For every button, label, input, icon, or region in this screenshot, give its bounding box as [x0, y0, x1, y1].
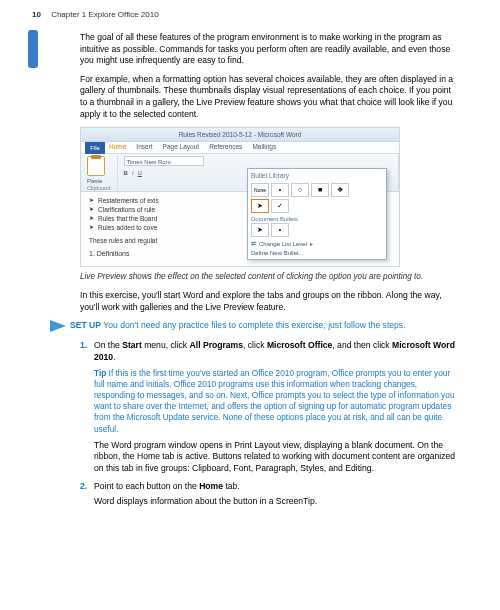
word-screenshot: Rules Revised 2010-5-12 - Microsoft Word… — [80, 127, 400, 267]
setup-label: SET UP — [70, 320, 101, 330]
ribbon-tab: Insert — [136, 143, 152, 152]
window-titlebar: Rules Revised 2010-5-12 - Microsoft Word — [81, 128, 399, 142]
tip-block: Tip If this is the first time you've sta… — [94, 368, 460, 435]
bullet-option: ❖ — [331, 183, 349, 197]
bullet-option: ➤ — [251, 223, 269, 237]
tip-label: Tip — [94, 368, 106, 378]
document-area: Restatements of exis Clarifications of r… — [89, 196, 239, 258]
define-new-bullet: Define New Bullet... — [251, 249, 304, 257]
change-list-level: Change List Level — [259, 240, 307, 248]
bullet-option-none: None — [251, 183, 269, 197]
ribbon-tab: Page Layout — [163, 143, 200, 152]
bullet-library-title: Bullet Library — [251, 172, 383, 181]
bullet-option: • — [271, 223, 289, 237]
bullet-library-popup: Bullet Library None • ○ ■ ❖ ➤ ✓ Document… — [247, 168, 387, 260]
step-text: Point to each button on the — [94, 481, 199, 491]
ribbon-tab: Mailings — [252, 143, 276, 152]
step-text: On the — [94, 340, 122, 350]
ui-term: Microsoft Office — [267, 340, 332, 350]
doc-line: Restatements of exis — [89, 196, 239, 205]
paste-icon — [87, 156, 105, 176]
chevron-icon: ⇄ — [251, 240, 256, 248]
italic-icon: I — [132, 169, 134, 177]
steps-list: On the Start menu, click All Programs, c… — [80, 340, 460, 507]
setup-callout: SET UP You don't need any practice files… — [50, 320, 460, 332]
step-text: , click — [243, 340, 267, 350]
doc-line: Rules that the Board — [89, 214, 239, 223]
bullet-option: ■ — [311, 183, 329, 197]
font-selector: Times New Rom — [124, 156, 204, 166]
doc-tail: These rules and regulat — [89, 236, 239, 245]
bullet-option-selected: ➤ — [251, 199, 269, 213]
step-result: Word displays information about the butt… — [94, 496, 460, 508]
ribbon-tab: References — [209, 143, 242, 152]
chevron-right-icon: ▸ — [310, 240, 313, 248]
arrow-icon — [50, 320, 66, 332]
ui-term: Home — [199, 481, 223, 491]
bullet-option: • — [271, 183, 289, 197]
page-header: 10 Chapter 1 Explore Office 2010 — [32, 10, 159, 19]
clipboard-label: Clipboard — [87, 185, 111, 192]
bullet-option: ○ — [291, 183, 309, 197]
figure-caption: Live Preview shows the effect on the sel… — [80, 271, 460, 282]
ribbon-tabs: Home Insert Page Layout References Maili… — [81, 142, 399, 154]
bullet-option: ✓ — [271, 199, 289, 213]
file-tab: File — [85, 142, 105, 154]
doc-heading: 1. Definitions — [89, 249, 239, 259]
step-item: Point to each button on the Home tab. Wo… — [94, 481, 460, 508]
step-text: , and then click — [332, 340, 392, 350]
page-content: The goal of all these features of the pr… — [80, 32, 460, 514]
underline-icon: U — [138, 169, 142, 177]
step-text: . — [113, 352, 115, 362]
tip-body: If this is the first time you've started… — [94, 368, 455, 434]
doc-line: Rules added to cove — [89, 223, 239, 232]
document-bullets-label: Document Bullets — [251, 215, 383, 223]
ui-term: Start — [122, 340, 142, 350]
paragraph: For example, when a formatting option ha… — [80, 74, 460, 120]
paste-label: Paste — [87, 177, 111, 185]
bold-icon: B — [124, 169, 128, 177]
step-text: tab. — [223, 481, 240, 491]
margin-tab — [28, 30, 38, 68]
setup-body: You don't need any practice files to com… — [103, 320, 405, 330]
step-result: The Word program window opens in Print L… — [94, 440, 460, 475]
doc-line: Clarifications of rule — [89, 205, 239, 214]
bullet-popup-footer: ⇄Change List Level▸ Define New Bullet... — [251, 240, 383, 257]
ribbon-tab: Home — [109, 143, 126, 152]
paragraph: The goal of all these features of the pr… — [80, 32, 460, 67]
clipboard-group: Paste Clipboard — [81, 154, 118, 191]
exercise-intro: In this exercise, you'll start Word and … — [80, 290, 460, 313]
chapter-label: Chapter 1 Explore Office 2010 — [51, 10, 158, 19]
step-text: menu, click — [142, 340, 190, 350]
step-item: On the Start menu, click All Programs, c… — [94, 340, 460, 474]
page-number: 10 — [32, 10, 41, 19]
ui-term: All Programs — [190, 340, 244, 350]
